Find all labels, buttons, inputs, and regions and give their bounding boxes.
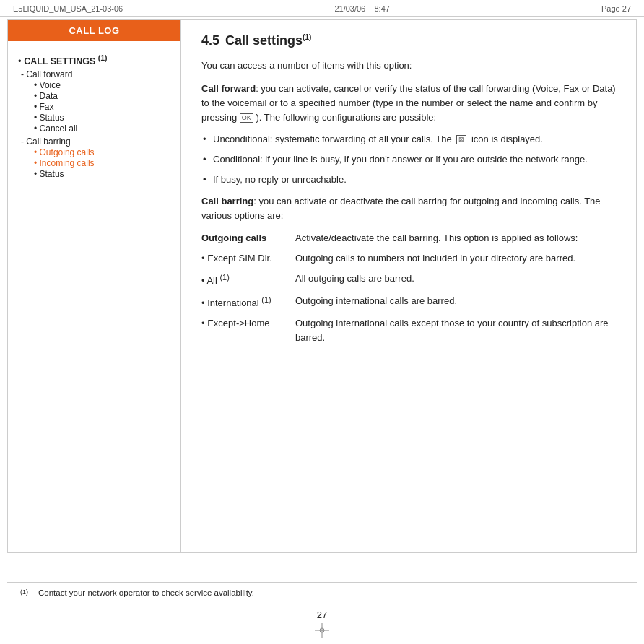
barring-table: Outgoing calls Activate/deactivate the c… — [201, 231, 616, 345]
header-right: Page 27 — [601, 4, 631, 13]
barring-row-all: • All (1) All outgoing calls are barred. — [201, 271, 616, 288]
sidebar-call-barring-section: - Call barring • Outgoing calls • Incomi… — [18, 136, 173, 179]
content-area: CALL LOG • CALL SETTINGS (1) - Call forw… — [7, 19, 637, 553]
bottom-decoration — [0, 623, 644, 644]
sidebar-status-forward: • Status — [34, 113, 173, 123]
call-barring-label: Call barring — [201, 196, 253, 206]
barring-except-home-desc: Outgoing international calls except thos… — [295, 316, 616, 345]
header-center: 21/03/06 8:47 — [334, 4, 389, 13]
sidebar-status-barring: • Status — [34, 169, 173, 179]
sidebar-call-forward-section: - Call forward • Voice • Data • Fax • St… — [18, 69, 173, 134]
sidebar-call-settings: • CALL SETTINGS (1) — [18, 54, 173, 66]
barring-except-sim-desc: Outgoing calls to numbers not included i… — [295, 251, 616, 266]
bullet-conditional: Conditional: if your line is busy, if yo… — [201, 152, 616, 167]
section-title: Call settings(1) — [225, 33, 311, 48]
sidebar-incoming-calls: • Incoming calls — [34, 158, 173, 168]
sidebar-data: • Data — [34, 91, 173, 101]
header-bar: E5LIQUID_UM_USA_21-03-06 21/03/06 8:47 P… — [0, 0, 644, 17]
barring-all-label: • All (1) — [201, 271, 295, 288]
intro-text: You can access a number of items with th… — [201, 58, 616, 73]
sidebar: CALL LOG • CALL SETTINGS (1) - Call forw… — [8, 20, 181, 552]
footer-text: Contact your network operator to check s… — [38, 588, 254, 599]
ok-icon: OK — [240, 113, 253, 123]
page-number: 27 — [0, 605, 644, 623]
barring-row-except-sim: • Except SIM Dir. Outgoing calls to numb… — [201, 251, 616, 266]
sidebar-settings-label: CALL SETTINGS (1) — [24, 56, 107, 66]
section-heading: 4.5 Call settings(1) — [201, 33, 616, 48]
sidebar-dash-barring: - Call barring — [21, 136, 173, 147]
bullet-busy: If busy, no reply or unreachable. — [201, 173, 616, 187]
sidebar-fax: • Fax — [34, 102, 173, 112]
crosshair-icon — [315, 623, 329, 638]
sidebar-cancel-all: • Cancel all — [34, 123, 173, 134]
sidebar-title: CALL LOG — [8, 20, 180, 41]
sidebar-content: • CALL SETTINGS (1) - Call forward • Voi… — [8, 41, 180, 187]
barring-outgoing-desc: Activate/deactivate the call barring. Th… — [295, 231, 616, 245]
call-forward-para: Call forward: you can activate, cancel o… — [201, 82, 616, 125]
barring-all-desc: All outgoing calls are barred. — [295, 271, 616, 286]
barring-row-outgoing: Outgoing calls Activate/deactivate the c… — [201, 231, 616, 245]
barring-row-international: • International (1) Outgoing internation… — [201, 294, 616, 310]
footer-area: (1) Contact your network operator to che… — [7, 582, 637, 605]
barring-outgoing-label: Outgoing calls — [201, 231, 295, 245]
sidebar-bullet: • — [18, 56, 24, 66]
barring-row-except-home: • Except->Home Outgoing international ca… — [201, 316, 616, 345]
barring-international-label: • International (1) — [201, 294, 295, 310]
barring-except-home-label: • Except->Home — [201, 316, 295, 331]
section-number: 4.5 — [201, 33, 219, 48]
sidebar-dash-forward: - Call forward — [21, 69, 173, 79]
call-forward-label: Call forward — [201, 83, 256, 94]
forward-icon: ⊠ — [456, 135, 466, 144]
sidebar-outgoing-calls: • Outgoing calls — [34, 147, 173, 157]
call-barring-para: Call barring: you can activate or deacti… — [201, 194, 616, 223]
barring-except-sim-label: • Except SIM Dir. — [201, 251, 295, 266]
barring-international-desc: Outgoing international calls are barred. — [295, 294, 616, 308]
footer-superscript: (1) — [20, 588, 28, 599]
sidebar-voice: • Voice — [34, 80, 173, 90]
main-content: 4.5 Call settings(1) You can access a nu… — [181, 20, 636, 552]
page: E5LIQUID_UM_USA_21-03-06 21/03/06 8:47 P… — [0, 0, 644, 644]
header-left: E5LIQUID_UM_USA_21-03-06 — [13, 4, 123, 13]
bullet-unconditional: Unconditional: systematic forwarding of … — [201, 132, 616, 147]
